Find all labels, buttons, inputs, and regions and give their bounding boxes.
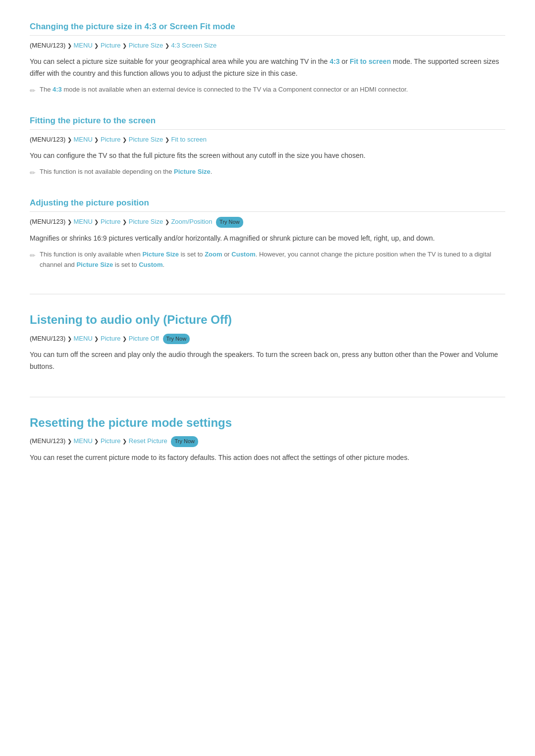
section-listening-audio: Listening to audio only (Picture Off)(ME…	[30, 294, 505, 373]
body-text: Magnifies or shrinks 16:9 pictures verti…	[30, 233, 505, 245]
chevron-icon: ❯	[122, 439, 127, 445]
breadcrumb-item[interactable]: Picture Off	[129, 335, 159, 342]
highlight: Zoom	[205, 251, 222, 258]
chevron-icon: ❯	[94, 137, 99, 143]
breadcrumb-item[interactable]: MENU	[74, 335, 93, 342]
breadcrumb: (MENU/123) ❯ MENU ❯ Picture ❯ Picture Si…	[30, 217, 505, 228]
chevron-icon: ❯	[122, 137, 127, 143]
highlight: Picture Size	[142, 251, 179, 258]
body-text: You can select a picture size suitable f…	[30, 56, 505, 80]
chevron-icon: ❯	[94, 439, 99, 445]
section-title: Listening to audio only (Picture Off)	[30, 310, 505, 329]
pencil-icon: ✏	[30, 167, 36, 178]
breadcrumb-item[interactable]: Fit to screen	[171, 136, 207, 143]
breadcrumb-item[interactable]: 4:3 Screen Size	[171, 42, 216, 49]
chevron-icon: ❯	[165, 219, 169, 225]
chevron-icon: ❯	[67, 336, 72, 342]
breadcrumb-item[interactable]: Reset Picture	[129, 438, 167, 445]
highlight: Picture Size	[76, 261, 113, 268]
chevron-icon: ❯	[67, 439, 72, 445]
chevron-icon: ❯	[67, 43, 72, 49]
pencil-icon: ✏	[30, 250, 36, 261]
chevron-icon: ❯	[165, 43, 169, 49]
breadcrumb: (MENU/123) ❯ MENU ❯ Picture ❯ Reset Pict…	[30, 436, 505, 447]
section-title: Adjusting the picture position	[30, 196, 505, 212]
note-block: ✏This function is not available dependin…	[30, 167, 505, 178]
chevron-icon: ❯	[94, 43, 99, 49]
section-title: Fitting the picture to the screen	[30, 114, 505, 130]
highlight: Picture Size	[174, 168, 211, 175]
breadcrumb: (MENU/123) ❯ MENU ❯ Picture ❯ Picture Si…	[30, 135, 505, 145]
highlight: 4:3	[329, 57, 339, 65]
breadcrumb-item[interactable]: MENU	[74, 136, 93, 143]
note-text: The 4:3 mode is not available when an ex…	[40, 85, 408, 95]
breadcrumb-item[interactable]: Picture Size	[129, 42, 163, 49]
breadcrumb-item[interactable]: Picture	[101, 438, 120, 445]
breadcrumb-prefix: (MENU/123)	[30, 136, 65, 143]
body-text: You can turn off the screen and play onl…	[30, 349, 505, 373]
pencil-icon: ✏	[30, 85, 36, 96]
highlight: Fit to screen	[350, 57, 391, 65]
chevron-icon: ❯	[67, 137, 72, 143]
chevron-icon: ❯	[122, 219, 127, 225]
section-title: Changing the picture size in 4:3 or Scre…	[30, 20, 505, 36]
try-now-badge[interactable]: Try Now	[163, 334, 190, 345]
chevron-icon: ❯	[122, 43, 127, 49]
breadcrumb-item[interactable]: MENU	[74, 42, 93, 49]
breadcrumb-item[interactable]: Picture	[101, 136, 120, 143]
note-text: This function is only available when Pic…	[40, 250, 505, 270]
breadcrumb-item[interactable]: Picture	[101, 335, 120, 342]
note-text: This function is not available depending…	[40, 167, 212, 177]
body-text: You can reset the current picture mode t…	[30, 452, 505, 464]
try-now-badge[interactable]: Try Now	[171, 436, 198, 447]
chevron-icon: ❯	[94, 219, 99, 225]
breadcrumb-item[interactable]: Picture Size	[129, 218, 163, 226]
breadcrumb-item[interactable]: MENU	[74, 438, 93, 445]
note-block: ✏The 4:3 mode is not available when an e…	[30, 85, 505, 96]
highlight: Custom	[139, 261, 162, 268]
breadcrumb-item[interactable]: MENU	[74, 218, 93, 226]
breadcrumb-item[interactable]: Picture	[101, 218, 120, 226]
breadcrumb-prefix: (MENU/123)	[30, 42, 65, 49]
section-resetting-picture: Resetting the picture mode settings(MENU…	[30, 397, 505, 464]
highlight: Custom	[231, 251, 255, 258]
section-changing-picture-size: Changing the picture size in 4:3 or Scre…	[30, 20, 505, 96]
breadcrumb-item[interactable]: Zoom/Position	[171, 218, 212, 226]
section-adjusting-position: Adjusting the picture position(MENU/123)…	[30, 196, 505, 270]
body-text: You can configure the TV so that the ful…	[30, 150, 505, 162]
section-title: Resetting the picture mode settings	[30, 413, 505, 432]
chevron-icon: ❯	[165, 137, 169, 143]
highlight: 4:3	[53, 86, 62, 93]
breadcrumb-item[interactable]: Picture	[101, 42, 120, 49]
breadcrumb-prefix: (MENU/123)	[30, 335, 65, 342]
breadcrumb-prefix: (MENU/123)	[30, 218, 65, 226]
chevron-icon: ❯	[94, 336, 99, 342]
note-block: ✏This function is only available when Pi…	[30, 250, 505, 270]
breadcrumb: (MENU/123) ❯ MENU ❯ Picture ❯ Picture Si…	[30, 41, 505, 51]
section-fitting-picture: Fitting the picture to the screen(MENU/1…	[30, 114, 505, 178]
chevron-icon: ❯	[122, 336, 127, 342]
chevron-icon: ❯	[67, 219, 72, 225]
try-now-badge[interactable]: Try Now	[216, 217, 243, 228]
breadcrumb: (MENU/123) ❯ MENU ❯ Picture ❯ Picture Of…	[30, 334, 505, 345]
breadcrumb-prefix: (MENU/123)	[30, 438, 65, 445]
breadcrumb-item[interactable]: Picture Size	[129, 136, 163, 143]
